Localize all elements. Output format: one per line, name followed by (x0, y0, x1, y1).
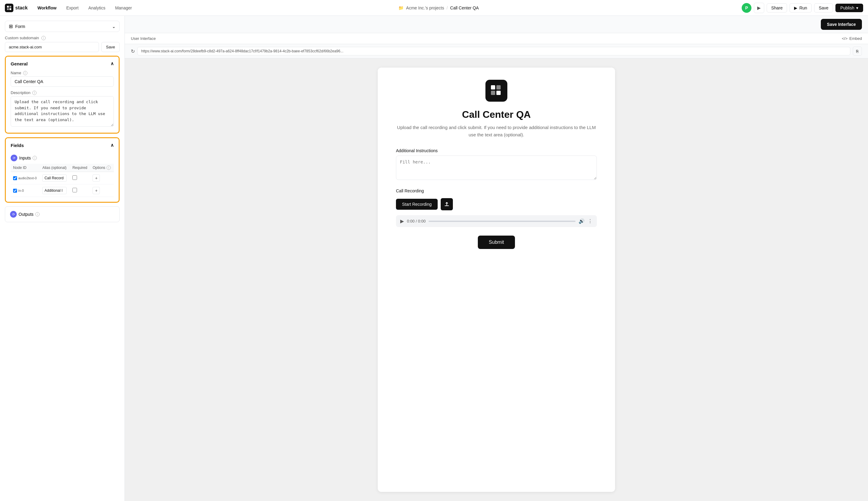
row2-add-button[interactable]: + (93, 187, 100, 194)
additional-instructions-textarea[interactable] (396, 156, 597, 180)
submit-button[interactable]: Submit (478, 236, 515, 249)
inputs-row: ⟳ Inputs i (6, 152, 119, 164)
play-button[interactable]: ▶ (400, 218, 404, 224)
row2-required-cell (70, 184, 90, 197)
fields-section: Fields ∧ ⟳ Inputs i Node ID Alias (optio… (5, 137, 120, 203)
subdomain-label: Custom subdomain (5, 35, 39, 40)
nav-workflow[interactable]: Workflow (34, 4, 60, 12)
time-label: 0:00 / 0:00 (407, 219, 426, 223)
call-recording-label: Call Recording (396, 189, 597, 193)
play-icon-btn[interactable]: ▶ (754, 3, 764, 13)
url-input[interactable] (137, 47, 850, 55)
fields-collapse-icon: ∧ (110, 142, 114, 148)
volume-button[interactable]: 🔊 (579, 218, 585, 224)
row2-node-id: in-0 (18, 189, 24, 192)
form-selector-label: Form (15, 24, 25, 29)
breadcrumb-sep: / (447, 6, 448, 10)
url-bar: ↻ ⎘ (125, 44, 868, 58)
row2-required-checkbox[interactable] (73, 188, 77, 192)
progress-bar[interactable] (429, 221, 576, 222)
outputs-section: ⟳ Outputs i (5, 206, 120, 222)
description-textarea[interactable]: Upload the call recording and click subm… (11, 96, 114, 127)
preview-area: Call Center QA Upload the call recording… (125, 58, 868, 501)
subdomain-label-row: Custom subdomain i (5, 35, 120, 40)
save-interface-container: Save Interface (125, 16, 868, 33)
topnav: stack Workflow Export Analytics Manager … (0, 0, 868, 16)
row1-required-cell (70, 172, 90, 184)
row1-options-cell: + (90, 172, 114, 184)
name-info-icon[interactable]: i (23, 71, 28, 75)
row2-node-id-cell: in-0 (11, 184, 40, 197)
row1-checkbox[interactable] (13, 176, 17, 180)
name-input[interactable] (11, 76, 114, 87)
breadcrumb-project: Acme Inc.'s projects (406, 6, 444, 10)
additional-instructions-label: Additional Instructions (396, 148, 597, 153)
row1-required-checkbox[interactable] (73, 175, 77, 180)
table-row: audio2text-0 + (11, 172, 114, 184)
row2-alias-cell (40, 184, 70, 197)
nav-right: P ▶ Share ▶ Run Save Publish ▾ (742, 3, 863, 13)
svg-rect-6 (491, 91, 495, 95)
row2-checkbox[interactable] (13, 189, 17, 193)
inputs-info-icon: i (33, 156, 37, 160)
table-row: in-0 + (11, 184, 114, 197)
row1-node-id: audio2text-0 (18, 176, 37, 180)
copy-url-button[interactable]: ⎘ (853, 46, 862, 56)
save-nav-button[interactable]: Save (814, 3, 833, 12)
subdomain-section: Custom subdomain i Save (5, 35, 120, 52)
embed-link[interactable]: </> Embed (842, 36, 862, 41)
subdomain-input[interactable] (5, 42, 99, 52)
row1-node-id-cell: audio2text-0 (11, 172, 40, 184)
outputs-sync-icon: ⟳ (10, 211, 17, 217)
logo-icon (5, 4, 13, 12)
publish-chevron-icon: ▾ (856, 6, 858, 10)
nav-manager[interactable]: Manager (111, 4, 136, 12)
breadcrumb-page: Call Center QA (450, 6, 479, 10)
more-options-button[interactable]: ⋮ (588, 218, 592, 224)
preview-title: Call Center QA (396, 109, 597, 120)
user-interface-label: User Interface (131, 36, 156, 41)
general-collapse-icon: ∧ (110, 61, 114, 66)
upload-icon-button[interactable] (441, 198, 453, 210)
svg-rect-4 (491, 85, 495, 89)
refresh-button[interactable]: ↻ (131, 49, 135, 54)
svg-rect-7 (496, 91, 501, 95)
row1-alias-cell (40, 172, 70, 184)
start-recording-button[interactable]: Start Recording (396, 199, 438, 210)
row2-options-cell: + (90, 184, 114, 197)
publish-button[interactable]: Publish ▾ (835, 4, 863, 12)
save-interface-button[interactable]: Save Interface (821, 19, 862, 30)
nav-export[interactable]: Export (63, 4, 82, 12)
preview-logo (485, 80, 507, 102)
general-section-header[interactable]: General ∧ (6, 57, 119, 71)
row2-alias-input[interactable] (42, 187, 67, 194)
app-name: stack (15, 5, 28, 11)
embed-label: Embed (849, 36, 862, 41)
form-selector-chevron: ⌄ (112, 24, 116, 29)
svg-rect-2 (7, 8, 9, 10)
nav-analytics[interactable]: Analytics (85, 4, 109, 12)
fields-section-header[interactable]: Fields ∧ (6, 138, 119, 152)
right-panel-wrapper: Save Interface User Interface </> Embed … (125, 16, 868, 501)
row1-add-button[interactable]: + (93, 174, 100, 182)
fields-table: Node ID Alias (optional) Required Option… (11, 164, 114, 197)
outputs-label: Outputs (19, 212, 33, 217)
form-selector[interactable]: ⊞ Form ⌄ (5, 21, 120, 32)
share-button[interactable]: Share (767, 3, 787, 12)
subdomain-info-icon: i (41, 36, 46, 40)
col-required: Required (70, 164, 90, 172)
name-field: Name i (11, 71, 114, 87)
subdomain-input-row: Save (5, 42, 120, 52)
subdomain-save-button[interactable]: Save (101, 42, 120, 52)
row1-alias-input[interactable] (42, 174, 67, 182)
left-panel: ⊞ Form ⌄ Custom subdomain i Save General… (0, 16, 125, 501)
run-button[interactable]: ▶ Run (790, 3, 812, 12)
general-section: General ∧ Name i Description (5, 56, 120, 134)
app-logo: stack (5, 4, 28, 12)
avatar: P (742, 3, 751, 13)
audio-player: ▶ 0:00 / 0:00 🔊 ⋮ (396, 215, 597, 227)
col-options: Options i (90, 164, 114, 172)
description-info-icon[interactable]: i (32, 91, 36, 95)
general-title: General (11, 61, 28, 66)
options-info-icon: i (107, 166, 111, 170)
